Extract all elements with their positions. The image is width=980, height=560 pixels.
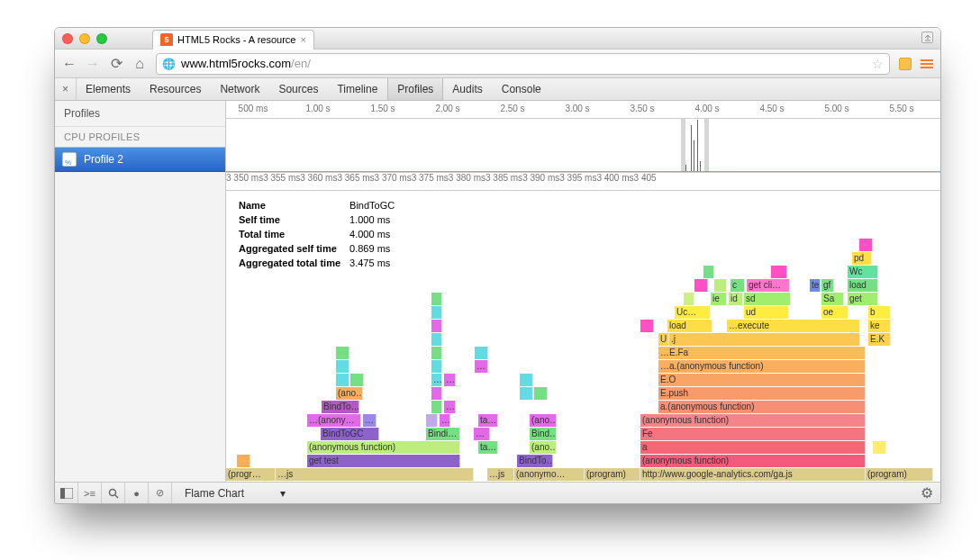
flame-block[interactable] bbox=[431, 347, 442, 359]
flame-block[interactable]: (ano… bbox=[336, 387, 363, 400]
close-window-icon[interactable] bbox=[62, 33, 73, 44]
flame-block[interactable]: (program) bbox=[866, 468, 933, 481]
menu-hamburger-icon[interactable] bbox=[921, 59, 933, 68]
overview-ruler[interactable]: 500 ms1.00 s1.50 s2.00 s2.50 s3.00 s3.50… bbox=[226, 101, 940, 119]
settings-gear-icon[interactable]: ⚙ bbox=[921, 484, 933, 501]
flame-block[interactable]: oe bbox=[821, 306, 848, 319]
flame-block[interactable] bbox=[431, 333, 442, 346]
flame-block[interactable]: ke bbox=[868, 320, 891, 332]
flame-chart[interactable]: NameBindToGCSelf time1.000 msTotal time4… bbox=[226, 191, 940, 482]
flame-block[interactable]: load bbox=[667, 320, 712, 332]
flame-block[interactable]: …a.(anonymous function) bbox=[658, 360, 866, 373]
flame-block[interactable]: sd bbox=[744, 293, 791, 305]
flame-block[interactable]: … bbox=[475, 360, 488, 373]
flame-block[interactable]: id bbox=[729, 293, 743, 305]
devtools-tab-sources[interactable]: Sources bbox=[269, 78, 328, 100]
security-lock-icon[interactable] bbox=[899, 58, 912, 70]
flame-block[interactable]: get cli… bbox=[747, 279, 790, 292]
flame-block[interactable]: http://www.google-analytics.com/ga.js bbox=[640, 468, 866, 481]
flame-block[interactable] bbox=[431, 293, 442, 305]
search-icon[interactable] bbox=[102, 483, 125, 503]
flame-block[interactable] bbox=[431, 320, 442, 332]
home-icon[interactable]: ⌂ bbox=[132, 56, 147, 72]
flame-block[interactable]: (progr… bbox=[226, 468, 276, 481]
flame-block[interactable]: load bbox=[848, 279, 878, 292]
clear-icon[interactable]: ⊘ bbox=[149, 483, 172, 503]
flame-block[interactable]: (program) bbox=[585, 468, 640, 481]
flame-block[interactable] bbox=[431, 306, 442, 319]
selection-handle-right[interactable] bbox=[704, 119, 709, 172]
maximize-icon[interactable] bbox=[921, 32, 933, 43]
address-bar[interactable]: 🌐 www.html5rocks.com/en/ ☆ bbox=[156, 53, 890, 75]
flame-block[interactable]: b bbox=[868, 306, 891, 319]
back-icon[interactable]: ← bbox=[62, 56, 77, 72]
flame-block[interactable]: …execute bbox=[727, 320, 860, 332]
tab-close-icon[interactable]: × bbox=[300, 34, 305, 45]
overview-pane[interactable] bbox=[226, 119, 940, 173]
devtools-close-icon[interactable]: × bbox=[55, 78, 77, 100]
flame-block[interactable]: (ano… bbox=[530, 414, 557, 427]
flame-block[interactable] bbox=[873, 441, 886, 454]
flame-block[interactable] bbox=[431, 401, 442, 413]
flame-block[interactable]: te bbox=[810, 279, 821, 292]
flame-block[interactable] bbox=[694, 279, 708, 292]
flame-block[interactable]: c bbox=[730, 279, 745, 292]
flame-block[interactable]: Sa bbox=[821, 293, 844, 305]
flame-block[interactable]: BindToGC bbox=[321, 428, 379, 440]
flame-block[interactable] bbox=[684, 293, 694, 305]
flame-block[interactable]: BindTo… bbox=[322, 401, 359, 413]
browser-tab[interactable]: 5 HTML5 Rocks - A resource × bbox=[152, 30, 314, 50]
flame-block[interactable]: E.O bbox=[658, 374, 866, 386]
flame-block[interactable] bbox=[520, 387, 533, 400]
flame-block[interactable] bbox=[237, 455, 250, 467]
sidebar-item-profile[interactable]: Profile 2 bbox=[55, 147, 225, 172]
devtools-tab-console[interactable]: Console bbox=[493, 78, 551, 100]
flame-block[interactable]: (anonymous function) bbox=[307, 441, 460, 454]
flame-block[interactable]: …js bbox=[276, 468, 474, 481]
bookmark-star-icon[interactable]: ☆ bbox=[872, 57, 884, 71]
devtools-tab-timeline[interactable]: Timeline bbox=[328, 78, 387, 100]
flame-block[interactable]: (anonymous function) bbox=[640, 414, 866, 427]
flame-block[interactable] bbox=[426, 414, 438, 427]
flame-block[interactable]: a.(anonymous function) bbox=[658, 401, 866, 413]
flame-block[interactable]: .j bbox=[669, 333, 860, 346]
flame-block[interactable] bbox=[431, 360, 442, 373]
flame-block[interactable]: ie bbox=[711, 293, 727, 305]
flame-block[interactable]: …E.Fa bbox=[658, 347, 866, 359]
devtools-tab-elements[interactable]: Elements bbox=[77, 78, 141, 100]
flame-block[interactable]: (anonymous function) bbox=[640, 455, 866, 467]
flame-block[interactable]: …(anony… bbox=[307, 414, 361, 427]
flame-block[interactable]: … bbox=[474, 428, 490, 440]
flame-block[interactable] bbox=[336, 374, 349, 386]
flame-block[interactable] bbox=[336, 347, 349, 359]
flame-block[interactable]: get bbox=[848, 293, 878, 305]
show-console-icon[interactable]: >≡ bbox=[78, 483, 102, 503]
flame-block[interactable] bbox=[431, 387, 442, 400]
flame-block[interactable]: E.K bbox=[868, 333, 891, 346]
flame-block[interactable]: (ano… bbox=[530, 441, 557, 454]
flame-block[interactable]: ta… bbox=[478, 441, 498, 454]
detail-ruler[interactable]: 3 350 ms3 355 ms3 360 ms3 365 ms3 370 ms… bbox=[226, 173, 940, 191]
flame-block[interactable] bbox=[703, 266, 714, 278]
flame-block[interactable]: Bind… bbox=[530, 428, 557, 440]
flame-block[interactable]: a bbox=[640, 441, 866, 454]
flame-block[interactable]: …js bbox=[487, 468, 514, 481]
flame-block[interactable]: (anonymo… bbox=[514, 468, 585, 481]
zoom-window-icon[interactable] bbox=[96, 33, 107, 44]
dock-side-icon[interactable] bbox=[55, 483, 78, 503]
flame-block[interactable]: ud bbox=[744, 306, 789, 319]
flame-block[interactable]: ta… bbox=[478, 414, 498, 427]
flame-block[interactable]: get test bbox=[307, 455, 460, 467]
flame-block[interactable] bbox=[859, 239, 873, 251]
devtools-tab-audits[interactable]: Audits bbox=[443, 78, 492, 100]
flame-block[interactable]: … bbox=[363, 414, 377, 427]
view-mode-select[interactable]: Flame Chart ▾ bbox=[179, 485, 291, 501]
devtools-tab-network[interactable]: Network bbox=[211, 78, 269, 100]
forward-icon[interactable]: → bbox=[86, 56, 100, 72]
flame-block[interactable]: Fe bbox=[640, 428, 866, 440]
reload-icon[interactable]: ⟳ bbox=[109, 55, 123, 72]
flame-block[interactable] bbox=[520, 374, 533, 386]
flame-block[interactable]: E.push bbox=[658, 387, 866, 400]
flame-block[interactable]: Bindi… bbox=[426, 428, 460, 440]
flame-block[interactable] bbox=[714, 279, 727, 292]
